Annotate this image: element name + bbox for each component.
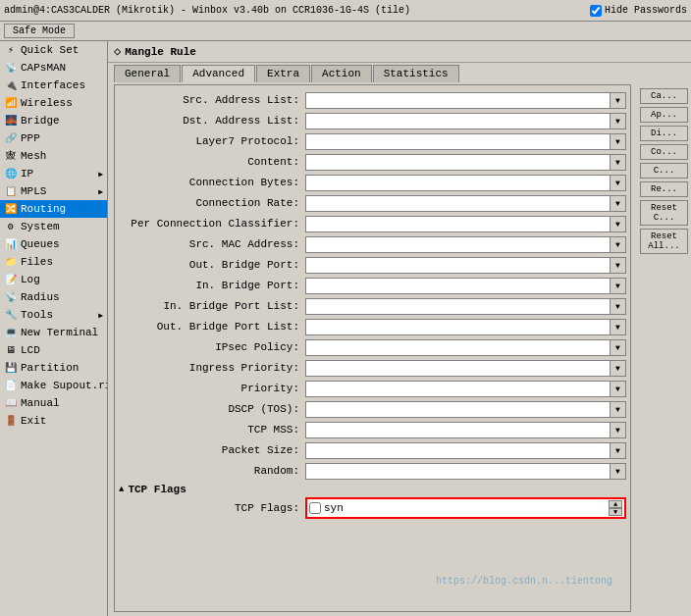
form-input-field[interactable] xyxy=(305,298,611,315)
sidebar-item-ip[interactable]: 🌐 IP ▶ xyxy=(0,165,107,182)
tab-action[interactable]: Action xyxy=(311,65,372,82)
sidebar-icon-manual: 📖 xyxy=(4,396,18,410)
sidebar-item-mpls[interactable]: 📋 MPLS ▶ xyxy=(0,182,107,200)
dropdown-arrow[interactable]: ▼ xyxy=(611,422,626,438)
sidebar-item-lcd[interactable]: 🖥 LCD xyxy=(0,341,107,359)
sidebar-item-system[interactable]: ⚙ System xyxy=(0,218,107,235)
sidebar-item-routing[interactable]: 🔀 Routing xyxy=(0,200,107,218)
hide-passwords-checkbox[interactable] xyxy=(590,5,602,17)
sidebar-item-queues[interactable]: 📊 Queues xyxy=(0,235,107,253)
dropdown-arrow[interactable]: ▼ xyxy=(611,360,626,377)
form-input-field[interactable] xyxy=(305,113,611,129)
sidebar-label-capsman: CAPsMAN xyxy=(21,62,66,74)
sidebar-item-ppp[interactable]: 🔗 PPP xyxy=(0,129,107,147)
form-input-field[interactable] xyxy=(305,339,611,356)
form-label: DSCP (TOS): xyxy=(119,403,305,415)
section-collapse-arrow[interactable]: ▲ xyxy=(119,485,124,494)
sidebar-item-interfaces[interactable]: 🔌 Interfaces xyxy=(0,77,107,94)
tab-general[interactable]: General xyxy=(114,65,181,82)
remove-button[interactable]: Re... xyxy=(640,181,688,197)
form-input-field[interactable] xyxy=(305,175,611,191)
sidebar-item-capsman[interactable]: 📡 CAPsMAN xyxy=(0,59,107,77)
tab-statistics[interactable]: Statistics xyxy=(373,65,459,82)
form-control: ▼ xyxy=(305,154,626,171)
form-input-field[interactable] xyxy=(305,442,611,459)
spin-down-button[interactable]: ▼ xyxy=(609,508,622,516)
sidebar-item-bridge[interactable]: 🌉 Bridge xyxy=(0,112,107,129)
apply-button[interactable]: Ap... xyxy=(640,107,688,123)
form-input-field[interactable] xyxy=(305,422,611,438)
dropdown-arrow[interactable]: ▼ xyxy=(611,463,626,480)
dropdown-arrow[interactable]: ▼ xyxy=(611,278,626,294)
reset-all-button[interactable]: Reset All... xyxy=(640,229,688,254)
form-control: ▼ xyxy=(305,298,626,315)
sidebar-item-exit[interactable]: 🚪 Exit xyxy=(0,412,107,430)
sidebar-item-manual[interactable]: 📖 Manual xyxy=(0,394,107,412)
spin-up-button[interactable]: ▲ xyxy=(609,500,622,508)
sidebar-item-new-terminal[interactable]: 💻 New Terminal xyxy=(0,324,107,341)
sidebar-item-wireless[interactable]: 📶 Wireless xyxy=(0,94,107,112)
sidebar-item-mesh[interactable]: 🕸 Mesh xyxy=(0,147,107,165)
sidebar-item-files[interactable]: 📁 Files xyxy=(0,253,107,271)
dropdown-arrow[interactable]: ▼ xyxy=(611,401,626,418)
form-input-field[interactable] xyxy=(305,278,611,294)
sidebar-icon-exit: 🚪 xyxy=(4,414,18,428)
sidebar-item-make-supout[interactable]: 📄 Make Supout.rif xyxy=(0,377,107,394)
tab-advanced[interactable]: Advanced xyxy=(182,65,255,82)
hide-passwords-label[interactable]: Hide Passwords xyxy=(590,5,687,17)
main-layout: ⚡ Quick Set 📡 CAPsMAN 🔌 Interfaces 📶 Wir… xyxy=(0,41,691,616)
sidebar-label-ip: IP xyxy=(21,168,33,180)
form-input-field[interactable] xyxy=(305,236,611,253)
dropdown-arrow[interactable]: ▼ xyxy=(611,298,626,315)
tcp-flags-checkbox[interactable] xyxy=(309,502,321,514)
cancel-button[interactable]: Ca... xyxy=(640,88,688,104)
sidebar-item-partition[interactable]: 💾 Partition xyxy=(0,359,107,377)
dropdown-arrow[interactable]: ▼ xyxy=(611,442,626,459)
dropdown-arrow[interactable]: ▼ xyxy=(611,133,626,150)
form-label: Priority: xyxy=(119,383,305,394)
form-input-field[interactable] xyxy=(305,360,611,377)
form-input-field[interactable] xyxy=(305,154,611,171)
form-input-field[interactable] xyxy=(305,92,611,109)
form-input-field[interactable] xyxy=(305,133,611,150)
dropdown-arrow[interactable]: ▼ xyxy=(611,381,626,397)
reset-ctrl-button[interactable]: Reset C... xyxy=(640,200,688,226)
form-input-field[interactable] xyxy=(305,257,611,274)
sidebar-item-radius[interactable]: 📡 Radius xyxy=(0,288,107,306)
sidebar-label-system: System xyxy=(21,221,60,232)
comment-button[interactable]: Co... xyxy=(640,144,688,160)
dropdown-arrow[interactable]: ▼ xyxy=(611,319,626,335)
copy-button[interactable]: C... xyxy=(640,163,688,179)
dropdown-arrow[interactable]: ▼ xyxy=(611,92,626,109)
form-input-field[interactable] xyxy=(305,401,611,418)
tabs-bar: GeneralAdvancedExtraActionStatistics xyxy=(108,63,691,82)
sidebar-item-quick-set[interactable]: ⚡ Quick Set xyxy=(0,41,107,59)
sidebar-item-tools[interactable]: 🔧 Tools ▶ xyxy=(0,306,107,324)
form-input-field[interactable] xyxy=(305,216,611,232)
dropdown-arrow[interactable]: ▼ xyxy=(611,154,626,171)
form-input-field[interactable] xyxy=(305,195,611,212)
sidebar-label-radius: Radius xyxy=(21,291,60,303)
sidebar-icon-capsman: 📡 xyxy=(4,61,18,75)
tcp-flags-input[interactable] xyxy=(324,502,607,514)
mode-bar: Safe Mode xyxy=(0,22,691,41)
dropdown-arrow[interactable]: ▼ xyxy=(611,216,626,232)
form-input-field[interactable] xyxy=(305,381,611,397)
form-row: Layer7 Protocol: ▼ xyxy=(119,132,626,150)
sidebar-icon-partition: 💾 xyxy=(4,361,18,375)
dropdown-arrow[interactable]: ▼ xyxy=(611,257,626,274)
dropdown-arrow[interactable]: ▼ xyxy=(611,195,626,212)
form-row: Out. Bridge Port: ▼ xyxy=(119,256,626,274)
dropdown-arrow[interactable]: ▼ xyxy=(611,113,626,129)
dropdown-arrow[interactable]: ▼ xyxy=(611,339,626,356)
form-control: ▼ xyxy=(305,442,626,459)
form-input-field[interactable] xyxy=(305,319,611,335)
dropdown-arrow[interactable]: ▼ xyxy=(611,236,626,253)
form-row: In. Bridge Port List: ▼ xyxy=(119,297,626,315)
form-input-field[interactable] xyxy=(305,463,611,480)
disable-button[interactable]: Di... xyxy=(640,126,688,141)
sidebar-item-log[interactable]: 📝 Log xyxy=(0,271,107,288)
tab-extra[interactable]: Extra xyxy=(256,65,310,82)
dropdown-arrow[interactable]: ▼ xyxy=(611,175,626,191)
safe-mode-button[interactable]: Safe Mode xyxy=(4,24,75,38)
